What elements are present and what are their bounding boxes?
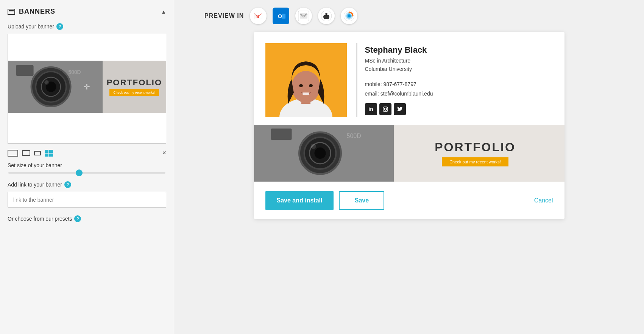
banner-top-space bbox=[8, 34, 166, 61]
collapse-button[interactable]: ▲ bbox=[161, 9, 166, 15]
svg-point-28 bbox=[384, 108, 387, 110]
preview-card: Stephany Black MSc in Architecture Colum… bbox=[254, 32, 564, 219]
signature-photo-column bbox=[265, 43, 349, 117]
banner-camera-area: 500D bbox=[254, 125, 394, 182]
svg-rect-1 bbox=[16, 65, 34, 76]
panel-title-text: BANNERS bbox=[19, 8, 55, 16]
twitter-button[interactable] bbox=[394, 103, 406, 115]
card-footer: Save and install Save Cancel bbox=[254, 182, 564, 219]
instagram-button[interactable] bbox=[379, 103, 391, 115]
banner-upload-area[interactable]: 500D ✛ PORTFOLIO Check out my recent wor… bbox=[8, 34, 166, 144]
svg-point-24 bbox=[299, 84, 303, 87]
mail-client-icon[interactable] bbox=[295, 8, 312, 24]
svg-point-35 bbox=[314, 147, 326, 159]
apple-client-icon[interactable] bbox=[318, 8, 335, 24]
svg-point-19 bbox=[348, 14, 351, 17]
upload-section-label: Upload your banner ? bbox=[8, 23, 166, 30]
svg-rect-12 bbox=[282, 14, 285, 19]
move-icon: ✛ bbox=[84, 82, 90, 91]
thunderbird-client-icon[interactable] bbox=[341, 8, 357, 24]
panel-title: BANNERS bbox=[8, 8, 55, 16]
svg-point-29 bbox=[387, 107, 387, 108]
banner-icon bbox=[8, 9, 15, 15]
svg-rect-26 bbox=[303, 93, 309, 95]
svg-rect-31 bbox=[271, 129, 292, 140]
outlook-client-icon[interactable]: O bbox=[273, 8, 289, 24]
save-install-button[interactable]: Save and install bbox=[265, 191, 334, 210]
signature-social: in bbox=[365, 103, 553, 115]
presets-label: Or choose from our presets ? bbox=[8, 215, 166, 222]
signature-photo bbox=[265, 43, 347, 117]
gmail-client-icon[interactable]: M bbox=[250, 8, 267, 24]
preview-in-label: PREVIEW IN bbox=[204, 13, 244, 19]
svg-point-23 bbox=[292, 71, 320, 103]
svg-text:500D: 500D bbox=[69, 69, 81, 75]
save-button[interactable]: Save bbox=[339, 191, 384, 210]
banner-portfolio-btn: Check out my recent works! bbox=[442, 157, 508, 166]
right-panel: PREVIEW IN M O bbox=[174, 0, 644, 334]
panel-header: BANNERS ▲ bbox=[8, 8, 166, 16]
banner-bottom-space bbox=[8, 113, 166, 143]
svg-text:M: M bbox=[256, 14, 259, 19]
size-medium-icon[interactable] bbox=[22, 150, 30, 156]
banner-image-preview: 500D ✛ PORTFOLIO Check out my recent wor… bbox=[8, 61, 166, 113]
portfolio-text-preview: PORTFOLIO Check out my recent works! bbox=[107, 78, 162, 96]
size-controls: × bbox=[8, 149, 166, 157]
svg-point-6 bbox=[44, 80, 49, 85]
add-link-label: Add link to your banner ? bbox=[8, 181, 166, 188]
svg-text:O: O bbox=[278, 13, 282, 19]
slider-track bbox=[8, 172, 165, 174]
banner-preview-section: 500D PORTFOLIO Check out my recent works… bbox=[254, 125, 564, 182]
linkedin-button[interactable]: in bbox=[365, 103, 377, 115]
cancel-button[interactable]: Cancel bbox=[534, 197, 553, 204]
grid-view-icon[interactable] bbox=[45, 150, 53, 157]
signature-divider bbox=[356, 43, 357, 117]
signature-name: Stephany Black bbox=[365, 45, 553, 55]
set-size-label: Set size of your banner bbox=[8, 162, 166, 168]
size-large-icon[interactable] bbox=[8, 150, 18, 157]
presets-help-icon[interactable]: ? bbox=[74, 215, 81, 222]
svg-point-25 bbox=[309, 84, 313, 87]
portfolio-btn-preview: Check out my recent works! bbox=[109, 89, 159, 96]
signature-title: MSc in Architecture Columbia University bbox=[365, 56, 553, 74]
signature-info-column: Stephany Black MSc in Architecture Colum… bbox=[365, 43, 553, 117]
upload-help-icon[interactable]: ? bbox=[56, 23, 63, 30]
left-panel: BANNERS ▲ Upload your banner ? 500D bbox=[0, 0, 174, 334]
slider-thumb[interactable] bbox=[76, 169, 83, 176]
signature-contact: mobile: 987-677-8797 email: stef@columbi… bbox=[365, 80, 553, 99]
close-button[interactable]: × bbox=[162, 149, 166, 157]
banner-link-input[interactable] bbox=[8, 192, 166, 208]
banner-portfolio-title: PORTFOLIO bbox=[435, 140, 516, 154]
size-slider[interactable] bbox=[8, 172, 166, 174]
link-help-icon[interactable]: ? bbox=[64, 181, 71, 188]
slider-fill bbox=[8, 172, 79, 174]
svg-text:500D: 500D bbox=[346, 133, 361, 139]
signature-section: Stephany Black MSc in Architecture Colum… bbox=[254, 32, 564, 125]
size-small-icon[interactable] bbox=[34, 151, 41, 155]
banner-portfolio-area: PORTFOLIO Check out my recent works! bbox=[394, 140, 564, 166]
preview-header: PREVIEW IN M O bbox=[186, 8, 357, 24]
portfolio-title-preview: PORTFOLIO bbox=[107, 78, 162, 88]
svg-point-36 bbox=[310, 144, 316, 149]
